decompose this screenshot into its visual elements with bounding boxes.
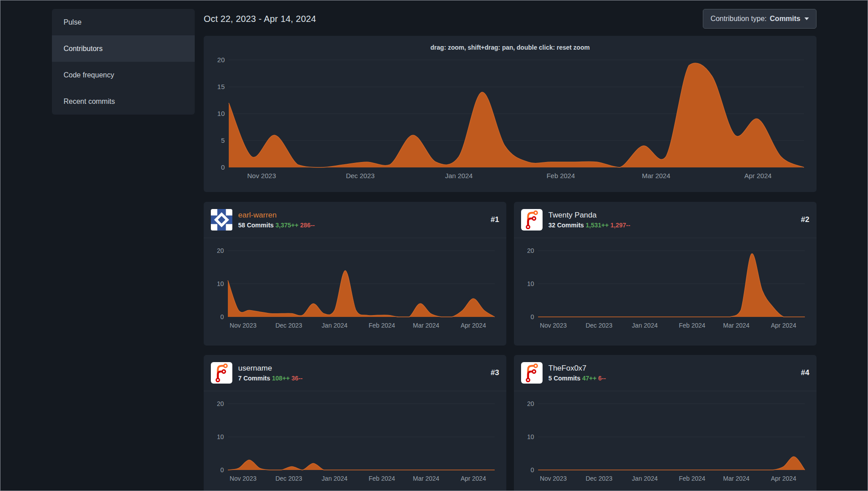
contributor-card-header: TheFox0x7 5 Commits 47++ 6-- #4	[514, 355, 817, 391]
svg-text:Nov 2023: Nov 2023	[230, 475, 257, 482]
svg-text:Jan 2024: Jan 2024	[632, 475, 658, 482]
commit-count: 5 Commits	[548, 375, 581, 382]
svg-text:0: 0	[220, 466, 224, 474]
svg-text:Mar 2024: Mar 2024	[413, 322, 439, 329]
svg-text:Feb 2024: Feb 2024	[679, 322, 705, 329]
contribution-type-value: Commits	[770, 15, 800, 23]
contributor-name-link[interactable]: earl-warren	[238, 211, 485, 220]
sidebar-item-recent-commits[interactable]: Recent commits	[52, 88, 195, 115]
svg-text:0: 0	[530, 313, 534, 320]
svg-text:15: 15	[217, 83, 225, 90]
contributor-activity-chart[interactable]: 01020Nov 2023Dec 2023Jan 2024Feb 2024Mar…	[211, 243, 499, 333]
svg-text:Jan 2024: Jan 2024	[445, 172, 473, 179]
contributor-info: TheFox0x7 5 Commits 47++ 6--	[548, 364, 795, 382]
contributor-rank: #4	[801, 368, 809, 377]
activity-page: Pulse Contributors Code frequency Recent…	[0, 0, 868, 491]
chart-usage-hint: drag: zoom, shift+drag: pan, double clic…	[213, 43, 808, 52]
forgejo-logo-avatar[interactable]	[211, 362, 232, 384]
contributor-stats: 58 Commits 3,375++ 286--	[238, 222, 485, 229]
contributor-card-header: Twenty Panda 32 Commits 1,531++ 1,297-- …	[514, 202, 817, 238]
svg-text:Apr 2024: Apr 2024	[461, 475, 486, 482]
svg-text:20: 20	[217, 56, 225, 64]
svg-text:10: 10	[217, 110, 225, 117]
svg-text:20: 20	[217, 400, 224, 407]
contributor-card-4: TheFox0x7 5 Commits 47++ 6-- #4 01020Nov…	[514, 355, 817, 491]
svg-text:10: 10	[527, 433, 534, 440]
svg-text:Apr 2024: Apr 2024	[461, 322, 486, 329]
svg-text:Mar 2024: Mar 2024	[723, 322, 749, 329]
svg-text:Mar 2024: Mar 2024	[723, 475, 749, 482]
contributor-rank: #1	[491, 215, 499, 224]
svg-text:10: 10	[527, 280, 534, 287]
commit-count: 58 Commits	[238, 222, 274, 229]
contributor-grid: earl-warren 58 Commits 3,375++ 286-- #1 …	[204, 202, 817, 491]
svg-text:Jan 2024: Jan 2024	[322, 322, 348, 329]
svg-text:Feb 2024: Feb 2024	[547, 172, 575, 179]
svg-text:Jan 2024: Jan 2024	[322, 475, 348, 482]
contributor-rank: #2	[801, 215, 809, 224]
date-range-title: Oct 22, 2023 - Apr 14, 2024	[204, 14, 316, 24]
svg-text:Feb 2024: Feb 2024	[679, 475, 705, 482]
caret-down-icon	[804, 17, 809, 20]
sidebar-item-contributors[interactable]: Contributors	[52, 35, 195, 62]
contribution-type-label: Contribution type:	[710, 15, 766, 23]
sidebar-item-pulse[interactable]: Pulse	[52, 9, 195, 35]
sidebar-item-code-frequency[interactable]: Code frequency	[52, 62, 195, 88]
contributor-stats: 5 Commits 47++ 6--	[548, 375, 795, 382]
additions-count: 108++	[272, 375, 290, 382]
contributor-name[interactable]: username	[238, 364, 485, 373]
svg-text:Feb 2024: Feb 2024	[368, 475, 395, 482]
svg-text:20: 20	[217, 247, 224, 254]
contribution-type-dropdown[interactable]: Contribution type: Commits	[703, 9, 817, 29]
contributor-info: username 7 Commits 108++ 36--	[238, 364, 485, 382]
additions-count: 3,375++	[275, 222, 298, 229]
svg-text:Apr 2024: Apr 2024	[771, 322, 796, 329]
deletions-count: 36--	[291, 375, 303, 382]
svg-text:Nov 2023: Nov 2023	[230, 322, 257, 329]
overall-activity-card: drag: zoom, shift+drag: pan, double clic…	[204, 36, 817, 192]
contributor-info: Twenty Panda 32 Commits 1,531++ 1,297--	[548, 211, 795, 229]
page-header: Oct 22, 2023 - Apr 14, 2024 Contribution…	[204, 9, 817, 29]
svg-text:0: 0	[220, 313, 224, 320]
deletions-count: 1,297--	[611, 222, 630, 229]
svg-text:Mar 2024: Mar 2024	[642, 172, 670, 179]
contributor-stats: 7 Commits 108++ 36--	[238, 375, 485, 382]
contributor-card-2: Twenty Panda 32 Commits 1,531++ 1,297-- …	[514, 202, 817, 346]
deletions-count: 6--	[598, 375, 606, 382]
svg-text:Apr 2024: Apr 2024	[744, 172, 772, 179]
contributor-info: earl-warren 58 Commits 3,375++ 286--	[238, 211, 485, 229]
svg-text:Dec 2023: Dec 2023	[275, 475, 302, 482]
svg-text:Dec 2023: Dec 2023	[586, 322, 612, 329]
svg-text:0: 0	[530, 466, 534, 474]
svg-text:Nov 2023: Nov 2023	[540, 322, 567, 329]
svg-text:0: 0	[221, 163, 225, 171]
contributor-activity-chart[interactable]: 01020Nov 2023Dec 2023Jan 2024Feb 2024Mar…	[521, 397, 809, 486]
activity-sidebar: Pulse Contributors Code frequency Recent…	[52, 9, 195, 115]
deletions-count: 286--	[300, 222, 315, 229]
contributor-activity-chart[interactable]: 01020Nov 2023Dec 2023Jan 2024Feb 2024Mar…	[521, 243, 809, 333]
forgejo-logo-avatar[interactable]	[521, 209, 543, 231]
contributor-name[interactable]: TheFox0x7	[548, 364, 795, 373]
svg-text:Nov 2023: Nov 2023	[540, 475, 567, 482]
commit-count: 7 Commits	[238, 375, 270, 382]
user-avatar-identicon[interactable]	[211, 209, 232, 231]
additions-count: 1,531++	[586, 222, 608, 229]
svg-text:Dec 2023: Dec 2023	[346, 172, 375, 179]
svg-text:5: 5	[221, 137, 225, 144]
additions-count: 47++	[582, 375, 596, 382]
svg-text:Mar 2024: Mar 2024	[413, 475, 439, 482]
contributor-card-1: earl-warren 58 Commits 3,375++ 286-- #1 …	[204, 202, 506, 346]
main-activity-chart[interactable]: 05101520Nov 2023Dec 2023Jan 2024Feb 2024…	[213, 55, 808, 184]
contributor-card-3: username 7 Commits 108++ 36-- #3 01020No…	[204, 355, 506, 491]
forgejo-logo-avatar[interactable]	[521, 362, 543, 384]
svg-text:20: 20	[527, 247, 534, 254]
contributor-card-header: earl-warren 58 Commits 3,375++ 286-- #1	[204, 202, 506, 238]
contributor-rank: #3	[491, 368, 499, 377]
svg-text:20: 20	[527, 400, 534, 407]
svg-text:Nov 2023: Nov 2023	[247, 172, 276, 179]
svg-text:Dec 2023: Dec 2023	[586, 475, 612, 482]
svg-text:Apr 2024: Apr 2024	[771, 475, 796, 482]
contributor-activity-chart[interactable]: 01020Nov 2023Dec 2023Jan 2024Feb 2024Mar…	[211, 397, 499, 486]
main-content: Oct 22, 2023 - Apr 14, 2024 Contribution…	[204, 9, 817, 491]
contributor-name[interactable]: Twenty Panda	[548, 211, 795, 220]
